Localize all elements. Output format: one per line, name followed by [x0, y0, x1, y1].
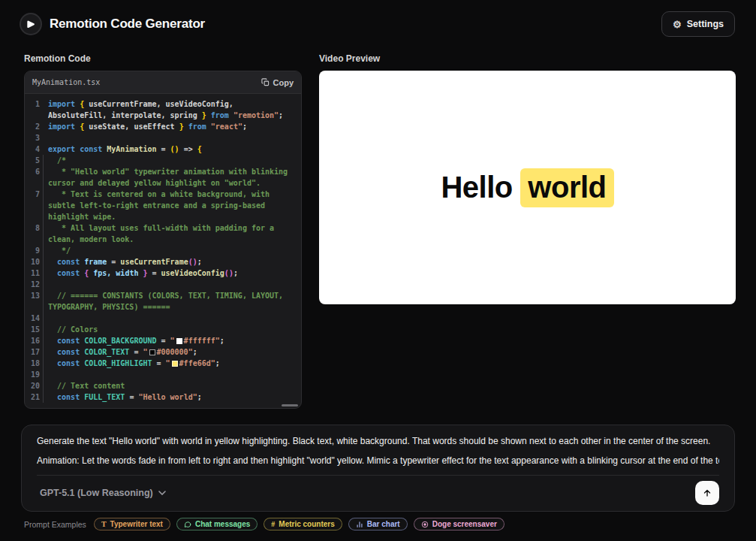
code-row: 11 const { fps, width } = useVideoConfig…	[28, 267, 298, 279]
chat-bubble-icon	[184, 521, 191, 528]
code-row: clean, modern look.	[28, 234, 298, 245]
color-swatch-icon	[176, 338, 182, 344]
code-row: 9 */	[28, 245, 298, 256]
code-scroll-area[interactable]: 1import { useCurrentFrame, useVideoConfi…	[25, 94, 301, 409]
code-row: 15 // Colors	[28, 324, 298, 335]
prompt-paragraph-2: Animation: Let the words fade in from le…	[37, 455, 719, 467]
chevron-down-icon	[158, 491, 166, 495]
copy-button[interactable]: Copy	[261, 78, 294, 87]
target-icon	[421, 521, 429, 528]
example-pill-metric-counters[interactable]: #Metric counters	[264, 518, 342, 530]
prompt-examples: Prompt Examples TTypewriter textChat mes…	[24, 518, 505, 530]
arrow-up-icon	[702, 488, 712, 498]
copy-label: Copy	[273, 78, 294, 87]
code-row: 3	[28, 132, 298, 144]
preview-text-plain: Hello	[441, 171, 520, 204]
code-editor: MyAnimation.tsx Copy 1import { useCurren…	[24, 71, 302, 409]
horizontal-scrollbar-thumb[interactable]	[282, 404, 298, 407]
example-pill-doge-screensaver[interactable]: Doge screensaver	[414, 518, 505, 530]
typography-icon: T	[101, 521, 107, 528]
code-row: 17 const COLOR_TEXT = "#000000";	[28, 346, 298, 358]
code-row: 10 const frame = useCurrentFrame();	[28, 256, 298, 267]
send-button[interactable]	[695, 481, 719, 505]
code-row: 13 // ====== CONSTANTS (COLORS, TEXT, TI…	[28, 290, 298, 301]
code-row: subtle left-to-right entrance and a spri…	[28, 200, 298, 211]
settings-button[interactable]: ⚙ Settings	[661, 11, 735, 37]
prompt-examples-list: TTypewriter textChat messages#Metric cou…	[94, 518, 505, 530]
code-row: 14	[28, 313, 298, 324]
prompt-footer: GPT-5.1 (Low Reasoning)	[37, 475, 719, 505]
example-pill-chat-messages[interactable]: Chat messages	[176, 518, 258, 530]
page-title: Remotion Code Generator	[50, 17, 205, 32]
prompt-paragraph-1: Generate the text "Hello world" with wor…	[37, 435, 719, 448]
code-section-title: Remotion Code	[24, 53, 302, 64]
prompt-examples-label: Prompt Examples	[24, 520, 86, 529]
color-swatch-icon	[149, 349, 155, 355]
code-row: 8 * All layout uses full-width with padd…	[28, 222, 298, 234]
preview-text: Hello world	[441, 171, 613, 204]
code-row: TYPOGRAPHY, PHYSICS) ======	[28, 301, 298, 313]
copy-icon	[261, 78, 270, 86]
code-row: 6 * "Hello world" typewriter animation w…	[28, 166, 298, 177]
app-header: Remotion Code Generator ⚙ Settings	[0, 0, 756, 48]
code-row: 2import { useState, useEffect } from "re…	[28, 121, 298, 132]
code-row: 20 // Text content	[28, 380, 298, 391]
code-row: 7 * Text is centered on a white backgrou…	[28, 189, 298, 200]
hash-icon: #	[271, 521, 275, 528]
remotion-logo-icon	[21, 14, 41, 34]
code-row: 4export const MyAnimation = () => {	[28, 144, 298, 155]
code-row: 19	[28, 369, 298, 380]
preview-section-title: Video Preview	[319, 53, 736, 64]
code-row: 18 const COLOR_HIGHLIGHT = "#ffe66d";	[28, 358, 298, 369]
prompt-card: Generate the text "Hello world" with wor…	[21, 425, 735, 512]
code-row: highlight wipe.	[28, 211, 298, 222]
code-row: 16 const COLOR_BACKGROUND = "#ffffff";	[28, 335, 298, 346]
filename-label: MyAnimation.tsx	[32, 78, 100, 86]
example-pill-label: Bar chart	[367, 520, 400, 528]
example-pill-label: Chat messages	[195, 520, 250, 528]
code-editor-header: MyAnimation.tsx Copy	[25, 71, 301, 94]
code-row: 12	[28, 279, 298, 290]
example-pill-label: Doge screensaver	[432, 520, 497, 528]
video-preview: Hello world	[319, 71, 736, 304]
preview-text-highlighted: world	[520, 168, 613, 207]
example-pill-label: Typewriter text	[110, 520, 163, 528]
model-label: GPT-5.1 (Low Reasoning)	[40, 488, 153, 498]
settings-label: Settings	[687, 19, 724, 29]
prompt-input[interactable]: Generate the text "Hello world" with wor…	[37, 435, 719, 468]
code-row: cursor and delayed yellow highlight on "…	[28, 177, 298, 189]
code-row: 21 const FULL_TEXT = "Hello world";	[28, 391, 298, 403]
example-pill-bar-chart[interactable]: Bar chart	[348, 518, 408, 530]
code-row: AbsoluteFill, interpolate, spring } from…	[28, 110, 298, 121]
gear-icon: ⚙	[673, 20, 682, 29]
model-selector[interactable]: GPT-5.1 (Low Reasoning)	[37, 483, 169, 503]
example-pill-typewriter-text[interactable]: TTypewriter text	[94, 518, 170, 530]
example-pill-label: Metric counters	[279, 520, 334, 528]
color-swatch-icon	[172, 361, 178, 367]
code-row: 1import { useCurrentFrame, useVideoConfi…	[28, 98, 298, 110]
code-row: 5 /*	[28, 155, 298, 166]
bar-chart-icon	[356, 521, 363, 528]
